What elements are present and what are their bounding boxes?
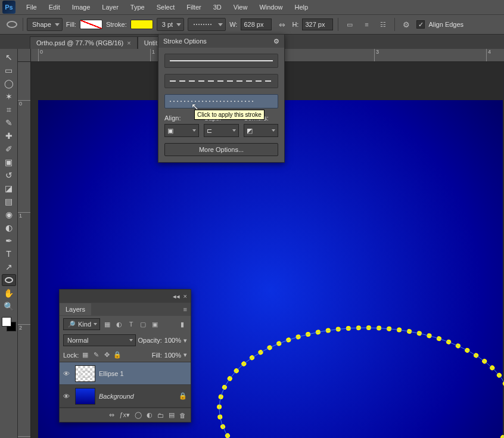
visibility-icon[interactable]: 👁: [63, 370, 71, 377]
fx-icon[interactable]: ƒx▾: [119, 411, 130, 419]
layer-thumbnail[interactable]: [75, 388, 95, 405]
pen-tool-icon[interactable]: ✒: [2, 235, 16, 247]
menu-layer[interactable]: Layer: [96, 1, 125, 13]
new-layer-icon[interactable]: ▤: [169, 411, 175, 419]
menu-window[interactable]: Window: [253, 1, 288, 13]
filter-kind-select[interactable]: 🔎Kind: [63, 318, 100, 330]
width-field[interactable]: 628 px: [241, 18, 272, 30]
menu-3d[interactable]: 3D: [207, 1, 228, 13]
path-arrange-icon[interactable]: ☷: [377, 18, 390, 31]
layers-panel: ◂◂× Layers ≡ 🔎Kind ▦ ◐ T ▢ ▣ ▮ Normal Op…: [59, 289, 191, 423]
path-align-icon[interactable]: ≡: [360, 18, 373, 31]
stroke-type-solid[interactable]: [164, 54, 278, 68]
gear-icon[interactable]: ⚙: [273, 38, 279, 45]
stroke-width-field[interactable]: 3 pt: [157, 18, 184, 31]
stroke-caps-select[interactable]: ⊏: [204, 124, 238, 137]
tool-mode-select[interactable]: Shape: [27, 18, 63, 31]
eyedropper-tool-icon[interactable]: ✎: [2, 117, 16, 129]
ruler-v-tick: 1: [18, 212, 30, 219]
ellipse-shape[interactable]: [217, 325, 504, 438]
stroke-type-dashed[interactable]: [164, 74, 278, 88]
stamp-tool-icon[interactable]: ▣: [2, 156, 16, 168]
dodge-tool-icon[interactable]: ◐: [2, 222, 16, 234]
brush-tool-icon[interactable]: ✐: [2, 143, 16, 155]
type-tool-icon[interactable]: T: [2, 248, 16, 260]
menu-select[interactable]: Select: [151, 1, 181, 13]
layers-panel-tabs: Layers ≡: [60, 303, 191, 316]
filter-smart-icon[interactable]: ▣: [150, 319, 160, 329]
stroke-corners-select[interactable]: ◩: [244, 124, 278, 137]
zoom-tool-icon[interactable]: 🔍: [2, 300, 16, 312]
crop-tool-icon[interactable]: ⌗: [2, 104, 16, 116]
chevron-down-icon[interactable]: ▾: [183, 351, 187, 359]
lasso-tool-icon[interactable]: ◯: [2, 77, 16, 89]
gradient-tool-icon[interactable]: ▤: [2, 195, 16, 207]
trash-icon[interactable]: 🗑: [179, 412, 186, 419]
history-brush-tool-icon[interactable]: ↺: [2, 169, 16, 181]
layer-row-ellipse[interactable]: 👁 Ellipse 1: [60, 362, 191, 385]
lock-position-icon[interactable]: ✥: [102, 351, 111, 359]
menu-image[interactable]: Image: [66, 1, 97, 13]
lock-transparent-icon[interactable]: ▦: [81, 351, 89, 359]
filter-adjust-icon[interactable]: ◐: [114, 319, 124, 329]
fill-swatch[interactable]: [80, 20, 102, 29]
path-select-tool-icon[interactable]: ↗: [2, 261, 16, 273]
menu-help[interactable]: Help: [289, 1, 315, 13]
mask-icon[interactable]: ◯: [135, 411, 142, 419]
fg-bg-swatch[interactable]: [2, 317, 16, 331]
lock-all-icon[interactable]: 🔒: [113, 351, 122, 359]
menu-filter[interactable]: Filter: [181, 1, 207, 13]
layer-thumbnail[interactable]: [75, 365, 95, 382]
filter-toggle-icon[interactable]: ▮: [178, 319, 187, 329]
close-icon[interactable]: ×: [127, 39, 130, 46]
filter-type-icon[interactable]: T: [126, 319, 136, 329]
ellipse-shape-tool-icon[interactable]: [2, 274, 16, 286]
blend-mode-select[interactable]: Normal: [63, 334, 136, 346]
tool-mode-value: Shape: [32, 21, 51, 28]
hand-tool-icon[interactable]: ✋: [2, 287, 16, 299]
healing-tool-icon[interactable]: ✚: [2, 130, 16, 142]
align-edges-checkbox[interactable]: [416, 20, 425, 29]
visibility-icon[interactable]: 👁: [63, 393, 71, 400]
layer-name[interactable]: Background: [99, 393, 175, 400]
menu-view[interactable]: View: [228, 1, 254, 13]
tab-layers[interactable]: Layers: [60, 303, 91, 315]
menu-file[interactable]: File: [20, 1, 43, 13]
gear-icon[interactable]: ⚙: [400, 18, 413, 31]
layers-panel-titlebar[interactable]: ◂◂×: [60, 290, 191, 303]
link-layers-icon[interactable]: ⇔: [109, 411, 114, 419]
blur-tool-icon[interactable]: ◉: [2, 209, 16, 220]
menu-type[interactable]: Type: [125, 1, 151, 13]
link-wh-icon[interactable]: ⇔: [275, 18, 288, 31]
magic-wand-tool-icon[interactable]: ✶: [2, 91, 16, 102]
lock-pixels-icon[interactable]: ✎: [92, 351, 100, 359]
move-tool-icon[interactable]: ↖: [2, 51, 16, 63]
filter-pixel-icon[interactable]: ▦: [102, 319, 112, 329]
tab-ortho-label: Ortho.psd @ 77.7% (RGB/16): [36, 39, 123, 46]
more-options-button[interactable]: More Options...: [164, 143, 278, 156]
layer-fill-label: Fill:: [152, 352, 162, 359]
group-icon[interactable]: 🗀: [157, 412, 164, 419]
collapse-icon[interactable]: ◂◂: [173, 293, 180, 300]
height-field[interactable]: 327 px: [302, 18, 333, 30]
layer-name[interactable]: Ellipse 1: [99, 370, 187, 377]
close-icon[interactable]: ×: [183, 293, 187, 300]
marquee-tool-icon[interactable]: ▭: [2, 64, 16, 76]
stroke-align-select[interactable]: ▣: [164, 124, 199, 137]
adjustment-icon[interactable]: ◐: [147, 411, 153, 419]
panel-menu-icon[interactable]: ≡: [183, 306, 187, 313]
eraser-tool-icon[interactable]: ◪: [2, 182, 16, 194]
stroke-type-dotted[interactable]: [164, 94, 278, 108]
layer-fill-field[interactable]: 100%: [164, 352, 181, 359]
layer-row-background[interactable]: 👁 Background 🔒: [60, 385, 191, 408]
stroke-style-dropdown[interactable]: [188, 18, 226, 31]
width-label: W:: [229, 21, 237, 28]
stroke-swatch[interactable]: [130, 20, 153, 29]
chevron-down-icon[interactable]: ▾: [183, 337, 187, 344]
stroke-panel-title: Stroke Options: [163, 38, 207, 45]
filter-shape-icon[interactable]: ▢: [138, 319, 148, 329]
menu-edit[interactable]: Edit: [43, 1, 66, 13]
opacity-field[interactable]: 100%: [164, 337, 181, 344]
tab-ortho[interactable]: Ortho.psd @ 77.7% (RGB/16)×: [30, 36, 138, 49]
path-combine-icon[interactable]: ▭: [343, 18, 356, 31]
